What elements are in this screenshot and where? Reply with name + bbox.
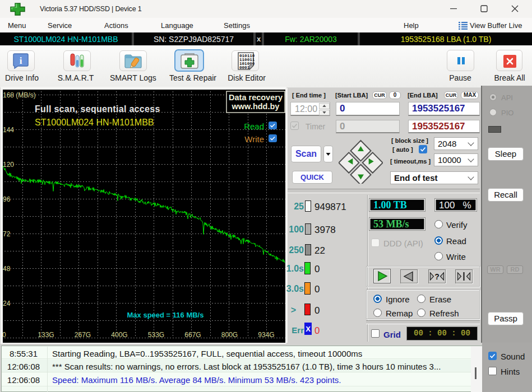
svg-text:?: ? (434, 272, 440, 281)
svg-text:Full scan, sequential access: Full scan, sequential access (35, 104, 160, 114)
svg-text:400G: 400G (111, 331, 127, 339)
svg-text:133G: 133G (38, 331, 54, 339)
svg-text:934G: 934G (258, 331, 274, 339)
svg-text:24: 24 (3, 300, 11, 307)
svg-text:0: 0 (3, 331, 6, 339)
svg-text:96: 96 (3, 195, 11, 203)
svg-text:0001: 0001 (239, 66, 250, 70)
svg-text:ST1000LM024 HN-M101MBB: ST1000LM024 HN-M101MBB (35, 118, 154, 127)
svg-text:i: i (20, 55, 22, 66)
svg-text:800G: 800G (221, 331, 238, 339)
svg-text:Data recovery: Data recovery (229, 93, 283, 102)
svg-text:168 (MB/s): 168 (MB/s) (3, 91, 36, 99)
svg-text:www.hdd.by: www.hdd.by (232, 102, 280, 111)
svg-text:667G: 667G (184, 331, 201, 339)
svg-text:Read: Read (244, 122, 264, 131)
svg-text:267G: 267G (75, 331, 91, 339)
svg-text:120: 120 (3, 161, 14, 169)
svg-text:Write: Write (244, 134, 264, 144)
svg-text:72: 72 (3, 230, 11, 238)
svg-text:533G: 533G (148, 331, 164, 339)
svg-text:Max speed = 116 MB/s: Max speed = 116 MB/s (127, 311, 204, 319)
svg-text:48: 48 (3, 265, 11, 273)
svg-text:144: 144 (3, 126, 14, 134)
